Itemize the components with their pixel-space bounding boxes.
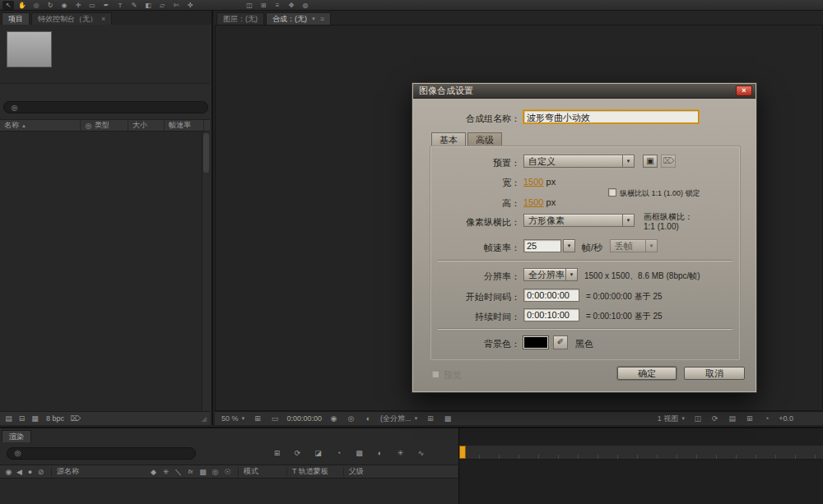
workspace-icon[interactable]: ◫ [244,1,255,10]
snapshot-icon[interactable]: ◉ [328,414,339,423]
height-field[interactable]: 1500 px [523,197,556,207]
resolution-dropdown[interactable]: (全分辨... ▼ [380,414,418,424]
frame-blend-switch-icon[interactable]: ▩ [198,467,208,477]
tab-composition[interactable]: 合成：(无) ▼ ≡ [266,12,331,25]
magnification-dropdown[interactable]: 50 % ▼ [221,414,245,423]
selection-tool-icon[interactable]: ↖ [2,1,14,10]
mask-feather-icon[interactable]: ◍ [300,1,311,10]
timeline-button-icon[interactable]: ▤ [727,414,737,423]
flowchart-button-icon[interactable]: ⊞ [744,414,755,423]
motion-blur-switch-icon[interactable]: ◎ [210,467,221,477]
dialog-close-button[interactable]: × [736,86,752,96]
puppet-pin-tool-icon[interactable]: ✜ [184,1,196,10]
preset-dropdown[interactable]: 自定义 ▼ [523,155,635,168]
dialog-title-bar[interactable]: 图像合成设置 × [413,84,756,99]
project-search-input[interactable]: ◎ [3,101,208,113]
project-scrollbar-thumb[interactable] [203,133,209,173]
comp-name-input[interactable]: 波形弯曲小动效 [523,110,699,123]
layer-list-area[interactable] [0,479,458,504]
tab-layer[interactable]: 图层：(无) [216,12,264,25]
current-time-indicator[interactable] [459,446,466,459]
rect-mask-tool-icon[interactable]: ▭ [86,1,98,10]
close-icon[interactable]: × [101,14,105,25]
pan-behind-tool-icon[interactable]: ✛ [72,1,84,10]
view-layout-dropdown[interactable]: 1 视图 ▼ [658,414,686,424]
column-size[interactable]: 大小 [128,120,165,131]
new-folder-icon[interactable]: ⊟ [16,414,27,423]
draft-3d-icon[interactable]: ◪ [313,448,323,458]
roto-brush-tool-icon[interactable]: ✄ [170,1,182,10]
frame-blend-icon[interactable]: ▩ [354,448,365,458]
tracker-icon[interactable]: ✥ [286,1,297,10]
column-name[interactable]: 名称 ▲ [0,120,81,131]
interpret-footage-icon[interactable]: ▤ [3,414,14,423]
pixel-aspect-dropdown[interactable]: 方形像素 ▼ [523,214,635,227]
panel-resize-grip[interactable]: ◢ [202,415,207,423]
cancel-button[interactable]: 取消 [684,367,745,380]
save-preset-button[interactable]: ▣ [643,155,658,168]
current-time-display[interactable]: 0:00:00:00 [286,414,322,423]
column-type[interactable]: ◎ 类型 [81,120,128,131]
quality-switch-icon[interactable]: ＼ [173,467,184,477]
brainstorm-icon[interactable]: ✳ [395,448,406,458]
shy-switch-icon[interactable]: ◆ [148,467,159,477]
eyedropper-button[interactable]: ✐ [553,335,568,349]
parent-column[interactable]: 父级 [349,466,364,477]
video-visibility-icon[interactable]: ◉ [3,467,14,477]
framerate-dropdown-button[interactable]: ▼ [563,239,575,252]
audio-icon[interactable]: ◀ [14,467,25,477]
duration-input[interactable]: 0:00:10:00 [523,308,579,321]
lock-icon[interactable]: ⊘ [35,467,46,477]
region-of-interest-icon[interactable]: ⊞ [425,414,435,423]
panel-menu-icon[interactable]: ≡ [320,14,324,25]
width-field[interactable]: 1500 px [523,177,556,187]
grid-guides-icon[interactable]: ⊞ [258,1,269,10]
fast-preview-icon[interactable]: ⟳ [709,414,720,423]
pen-tool-icon[interactable]: ✒ [100,1,112,10]
hand-tool-icon[interactable]: ✋ [16,1,28,10]
pixel-aspect-correction-icon[interactable]: ◫ [692,414,703,423]
zoom-tool-icon[interactable]: ◎ [30,1,42,10]
track-matte-column[interactable]: T 轨道蒙板 [292,466,328,477]
show-snapshot-icon[interactable]: ◎ [346,414,356,423]
fx-switch-icon[interactable]: fx [185,467,196,477]
tab-project[interactable]: 项目 [2,12,30,25]
clone-stamp-tool-icon[interactable]: ◧ [142,1,154,10]
mode-column[interactable]: 模式 [244,466,258,477]
mask-visibility-icon[interactable]: ▭ [269,414,280,423]
tab-advanced[interactable]: 高级 [467,132,502,146]
solo-icon[interactable]: ● [25,467,35,477]
comp-mini-flowchart-icon[interactable]: ⊞ [272,448,282,458]
aspect-lock-checkbox[interactable] [608,188,616,197]
project-items-list[interactable] [0,132,202,411]
brush-tool-icon[interactable]: ✎ [128,1,140,10]
color-depth-button[interactable]: 8 bpc [43,414,67,423]
timeline-search-input[interactable]: ◎ [7,447,196,460]
3d-switch-icon[interactable]: ☉ [222,467,233,477]
start-timecode-input[interactable]: 0:00:00:00 [523,289,579,302]
rotation-tool-icon[interactable]: ↻ [44,1,56,10]
new-composition-icon[interactable]: ▦ [30,414,40,423]
live-update-icon[interactable]: ⟳ [292,448,303,458]
reset-exposure-icon[interactable]: ◔ [761,414,772,423]
resolution-dropdown[interactable]: 全分辨率 ▼ [523,268,578,281]
width-value[interactable]: 1500 [523,177,543,187]
exposure-value[interactable]: +0.0 [779,414,793,423]
collapse-switch-icon[interactable]: ✳ [160,467,171,477]
hide-shy-layers-icon[interactable]: ◔ [333,448,344,458]
ok-button[interactable]: 确定 [617,367,677,380]
column-framerate[interactable]: 帧速率 [165,120,204,131]
channels-icon[interactable]: ◐ [363,414,374,423]
type-tool-icon[interactable]: T [114,1,126,10]
graph-editor-icon[interactable]: ∿ [416,448,426,458]
tab-render-queue[interactable]: 渲染 [2,430,31,442]
preview-checkbox[interactable] [431,370,439,378]
motion-blur-icon[interactable]: ◐ [374,448,385,458]
align-icon[interactable]: ≡ [272,1,283,10]
chevron-down-icon[interactable]: ▼ [311,14,316,25]
bgcolor-swatch[interactable] [523,336,548,349]
tab-basic[interactable]: 基本 [431,132,466,146]
framerate-input[interactable]: 25 [523,239,561,252]
time-ruler[interactable] [459,446,823,460]
eraser-tool-icon[interactable]: ▱ [156,1,168,10]
